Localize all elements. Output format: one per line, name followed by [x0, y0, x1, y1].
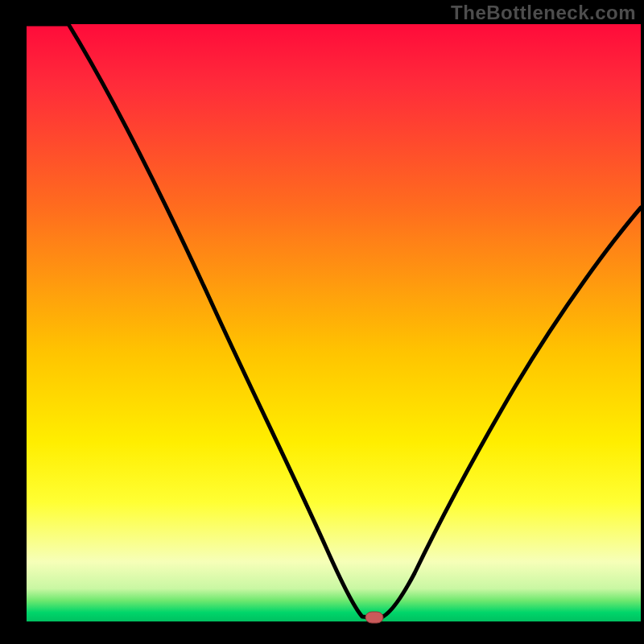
chart-container: { "watermark": "TheBottleneck.com", "col…: [0, 0, 644, 644]
optimal-point-marker: [365, 612, 383, 623]
chart-svg: [0, 0, 644, 644]
watermark-text: TheBottleneck.com: [451, 2, 636, 24]
